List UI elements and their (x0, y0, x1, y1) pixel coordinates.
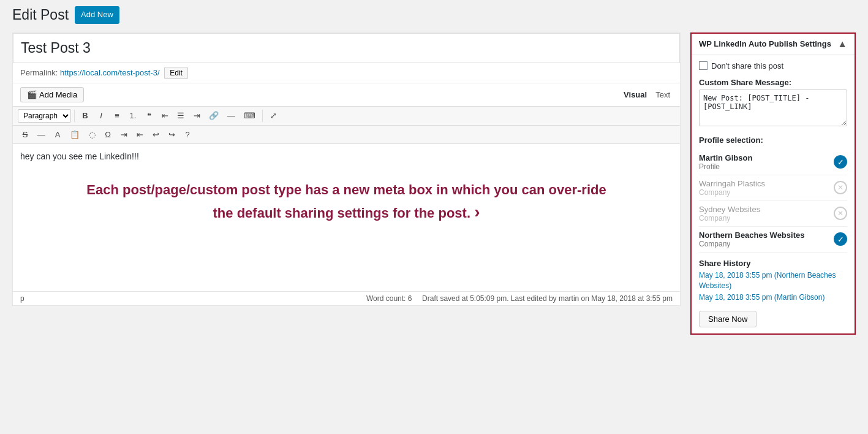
more-tag-button[interactable]: — (224, 109, 239, 122)
profile-selection-section: Profile selection: Martin Gibson Profile… (699, 135, 847, 253)
align-left-button[interactable]: ⇤ (157, 109, 172, 122)
profile-item-info-warringah: Warringah Plastics Company (699, 179, 834, 197)
profile-item-info-martin: Martin Gibson Profile (699, 153, 834, 171)
permalink-link[interactable]: https://local.com/test-post-3/ (60, 68, 160, 77)
main-editor: Permalink: https://local.com/test-post-3… (12, 32, 681, 306)
custom-share-label: Custom Share Message: (699, 78, 847, 87)
permalink-edit-button[interactable]: Edit (164, 67, 188, 79)
keyboard-button[interactable]: ⌨ (240, 109, 259, 122)
profile-type-warringah: Company (699, 188, 834, 197)
overlay-annotation: Each post/page/custom post type has a ne… (80, 181, 613, 224)
unordered-list-button[interactable]: ≡ (110, 109, 124, 122)
sidebar-header: WP LinkedIn Auto Publish Settings ▲ (692, 34, 855, 55)
profile-type-martin: Profile (699, 162, 834, 171)
blockquote-button[interactable]: ❝ (142, 109, 156, 122)
indent-button[interactable]: ⇥ (116, 128, 131, 141)
profile-type-northern: Company (699, 240, 834, 248)
paragraph-select[interactable]: Paragraph (18, 109, 71, 123)
draft-status: Draft saved at 5:05:09 pm. Last edited b… (422, 294, 673, 303)
profile-item-warringah[interactable]: Warringah Plastics Company ✕ (699, 175, 847, 201)
profile-selected-icon-northern: ✓ (834, 232, 847, 246)
custom-share-textarea[interactable]: New Post: [POST_TITLE] - [POST_LINK] (699, 89, 847, 126)
editor-content-area[interactable]: hey can you see me LinkedIn!!! Each post… (13, 144, 680, 291)
toolbar-separator (74, 110, 75, 122)
visual-tab[interactable]: Visual (621, 89, 649, 101)
editor-toolbar-row1: Paragraph B I ≡ 1. ❝ ⇤ ☰ ⇥ 🔗 — ⌨ ⤢ (13, 107, 680, 126)
add-media-label: Add Media (39, 90, 77, 99)
ordered-list-button[interactable]: 1. (126, 109, 140, 122)
profile-item-info-sydney: Sydney Websites Company (699, 205, 834, 223)
clear-format-button[interactable]: ◌ (85, 128, 99, 141)
share-history-link-northern[interactable]: May 18, 2018 3:55 pm (Northern Beaches W… (699, 270, 847, 291)
post-title-input[interactable] (13, 33, 680, 63)
bold-button[interactable]: B (78, 109, 92, 122)
profile-selected-icon-martin: ✓ (834, 155, 847, 169)
share-now-button[interactable]: Share Now (699, 311, 757, 327)
overlay-arrow-icon: › (474, 202, 480, 221)
page-wrapper: Edit Post Add New Permalink: https://loc… (0, 0, 868, 434)
link-button[interactable]: 🔗 (205, 109, 222, 122)
italic-button[interactable]: I (94, 109, 108, 122)
editor-toolbar-top: 🎬 Add Media Visual Text (13, 83, 680, 107)
profile-item-sydney[interactable]: Sydney Websites Company ✕ (699, 201, 847, 227)
visual-text-tabs: Visual Text (621, 89, 673, 101)
page-header: Edit Post Add New (12, 6, 856, 24)
status-bar-right: Word count: 6 Draft saved at 5:05:09 pm.… (366, 294, 673, 303)
add-media-icon: 🎬 (27, 90, 37, 99)
profile-name-sydney: Sydney Websites (699, 205, 834, 214)
toggle-toolbar-button[interactable]: ⤢ (266, 109, 281, 122)
text-tab[interactable]: Text (653, 89, 673, 101)
share-history-link-martin[interactable]: May 18, 2018 3:55 pm (Martin Gibson) (699, 292, 847, 303)
editor-toolbar-row2: S — A 📋 ◌ Ω ⇥ ⇤ ↩ ↪ ? (13, 126, 680, 144)
outdent-button[interactable]: ⇤ (132, 128, 147, 141)
sidebar-collapse-button[interactable]: ▲ (837, 39, 847, 50)
profile-name-warringah: Warringah Plastics (699, 179, 834, 188)
share-history-title: Share History (699, 259, 847, 268)
profile-unselected-icon-warringah: ✕ (834, 181, 847, 194)
special-chars-button[interactable]: Ω (100, 128, 115, 141)
profile-name-northern: Northern Beaches Websites (699, 230, 834, 240)
content-area: Permalink: https://local.com/test-post-3… (12, 32, 856, 335)
undo-button[interactable]: ↩ (148, 128, 163, 141)
dont-share-checkbox[interactable] (699, 61, 708, 70)
share-history-section: Share History May 18, 2018 3:55 pm (Nort… (699, 259, 847, 303)
profile-unselected-icon-sydney: ✕ (834, 207, 847, 220)
add-new-button[interactable]: Add New (75, 6, 119, 24)
paste-text-button[interactable]: 📋 (66, 128, 83, 141)
add-media-button[interactable]: 🎬 Add Media (20, 87, 84, 102)
status-bar-left: p (20, 294, 25, 303)
help-button[interactable]: ? (180, 128, 195, 141)
sidebar-panel: WP LinkedIn Auto Publish Settings ▲ Don'… (690, 32, 856, 335)
profile-type-sydney: Company (699, 214, 834, 223)
editor-content-text: hey can you see me LinkedIn!!! (20, 151, 673, 161)
dont-share-row: Don't share this post (699, 61, 847, 70)
dont-share-label: Don't share this post (711, 61, 783, 70)
page-title: Edit Post (12, 7, 69, 23)
redo-button[interactable]: ↪ (164, 128, 179, 141)
align-center-button[interactable]: ☰ (173, 109, 188, 122)
strikethrough-button[interactable]: S (18, 128, 32, 141)
toolbar-separator-2 (262, 110, 263, 122)
text-color-button[interactable]: A (50, 128, 65, 141)
sidebar-title: WP LinkedIn Auto Publish Settings (699, 39, 831, 48)
permalink-bar: Permalink: https://local.com/test-post-3… (13, 63, 680, 83)
profile-name-martin: Martin Gibson (699, 153, 834, 162)
editor-status-bar: p Word count: 6 Draft saved at 5:05:09 p… (13, 291, 680, 305)
profile-item-info-northern: Northern Beaches Websites Company (699, 230, 834, 248)
sidebar-body: Don't share this post Custom Share Messa… (692, 55, 855, 333)
profile-item-northern-beaches[interactable]: Northern Beaches Websites Company ✓ (699, 227, 847, 253)
hr-button[interactable]: — (34, 128, 49, 141)
custom-share-section: Custom Share Message: New Post: [POST_TI… (699, 78, 847, 135)
word-count: Word count: 6 (366, 294, 412, 303)
align-right-button[interactable]: ⇥ (189, 109, 204, 122)
profile-item-martin-gibson[interactable]: Martin Gibson Profile ✓ (699, 150, 847, 175)
profile-selection-label: Profile selection: (699, 135, 847, 145)
overlay-annotation-text: Each post/page/custom post type has a ne… (86, 182, 606, 221)
permalink-label: Permalink: (20, 68, 58, 77)
